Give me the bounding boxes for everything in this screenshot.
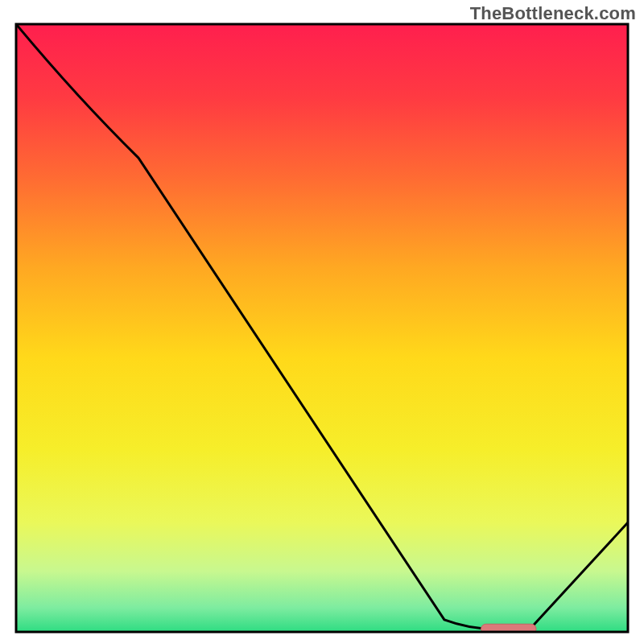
chart-frame: TheBottleneck.com — [0, 0, 644, 644]
bottleneck-chart — [0, 0, 644, 644]
plot-background — [16, 24, 628, 632]
